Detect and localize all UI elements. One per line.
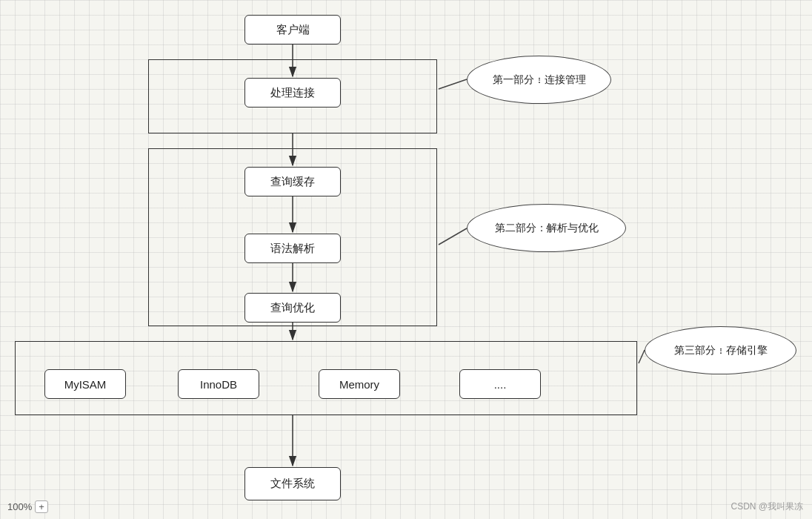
box-myisam: MyISAM: [44, 369, 126, 399]
diagram-container: 客户端 处理连接 查询缓存 语法解析 查询优化 MyISAM InnoDB Me…: [0, 0, 812, 519]
box-optimize: 查询优化: [244, 293, 341, 323]
box-conn: 处理连接: [244, 78, 341, 108]
bubble-connection-mgmt: 第一部分：连接管理: [467, 56, 611, 104]
box-memory: Memory: [319, 369, 400, 399]
box-etc: ....: [459, 369, 541, 399]
bubble-storage-engine: 第三部分：存储引擎: [645, 326, 796, 374]
watermark: CSDN @我叫果冻: [731, 500, 803, 513]
box-parse: 语法解析: [244, 234, 341, 263]
svg-line-9: [639, 350, 645, 363]
box-fs: 文件系统: [244, 467, 341, 500]
bubble-parse-optimize: 第二部分：解析与优化: [467, 204, 626, 252]
zoom-plus-button[interactable]: +: [35, 500, 48, 513]
box-client: 客户端: [244, 15, 341, 44]
zoom-bar: 100% +: [7, 500, 48, 513]
svg-line-7: [439, 79, 467, 89]
zoom-level: 100%: [7, 501, 32, 512]
box-cache: 查询缓存: [244, 167, 341, 196]
svg-line-8: [439, 228, 467, 245]
box-innodb: InnoDB: [178, 369, 259, 399]
